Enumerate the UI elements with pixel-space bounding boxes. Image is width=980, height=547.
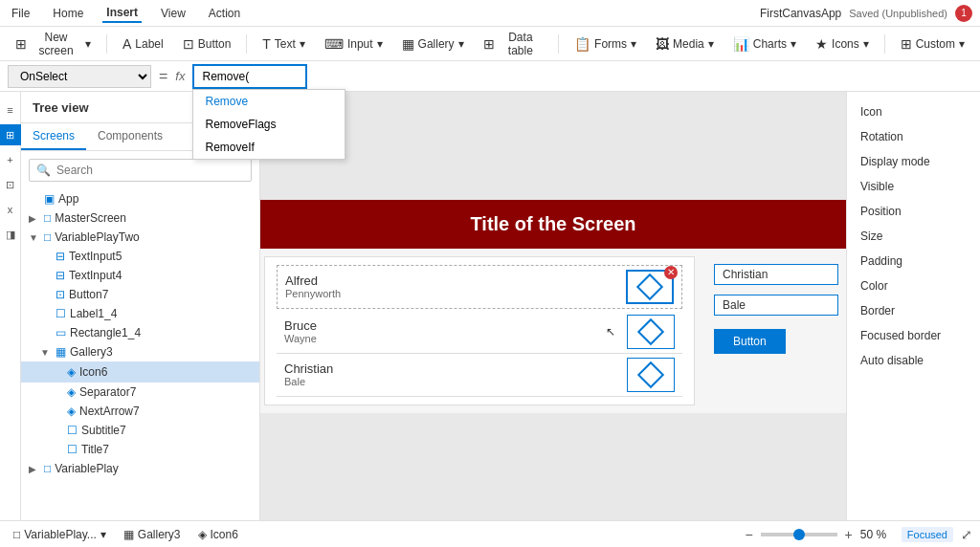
sidebar-icon-data[interactable]: ⊡	[0, 174, 21, 195]
gallery-item-sub: Wayne	[284, 333, 598, 344]
screen-icon: □	[44, 211, 51, 225]
right-panel-border[interactable]: Border	[847, 298, 980, 323]
zoom-in-button[interactable]: +	[845, 527, 853, 542]
expand-canvas-button[interactable]: ⤢	[961, 527, 972, 542]
status-gallery-label: Gallery3	[138, 528, 181, 541]
menu-view[interactable]: View	[157, 5, 189, 22]
tree-items: ▣ App ▶ □ MasterScreen ▼ □ VariablePlayT…	[21, 189, 259, 520]
tree-item-rectangle1-4[interactable]: ▭ Rectangle1_4	[21, 323, 259, 342]
icons-button[interactable]: ★ Icons ▾	[808, 33, 877, 55]
tree-item-gallery3[interactable]: ▼ ▦ Gallery3	[21, 342, 259, 361]
tab-components[interactable]: Components	[86, 123, 174, 150]
tree-item-button7[interactable]: ⊡ Button7	[21, 285, 259, 304]
label-button[interactable]: A Label	[115, 33, 171, 55]
status-right: − + 50 % Focused ⤢	[745, 527, 972, 542]
saved-status: Saved (Unpublished)	[849, 8, 947, 19]
sidebar-icon-tree[interactable]: ⊞	[0, 124, 21, 145]
nextarrow-icon: ◈	[67, 405, 76, 418]
tree-item-textinput4[interactable]: ⊟ TextInput4	[21, 266, 259, 285]
icon-box-alfred[interactable]: ✕	[626, 270, 674, 304]
tree-item-icon6[interactable]: ◈ Icon6 •••	[21, 361, 259, 383]
menu-home[interactable]: Home	[49, 5, 87, 22]
menu-insert[interactable]: Insert	[102, 4, 142, 23]
right-panel-position[interactable]: Position	[847, 199, 980, 224]
formula-input[interactable]	[192, 64, 307, 89]
right-panel-padding[interactable]: Padding	[847, 249, 980, 274]
right-panel-color[interactable]: Color	[847, 274, 980, 298]
gallery-label: Gallery	[418, 37, 455, 51]
tree-item-label: Label1_4	[70, 307, 252, 320]
dropdown-item-removeflags[interactable]: RemoveFlags	[193, 113, 345, 136]
formula-fx-label: fx	[175, 69, 185, 83]
delete-button[interactable]: ✕	[664, 266, 678, 279]
sidebar-icon-menu[interactable]: ≡	[0, 99, 21, 120]
status-gallery[interactable]: ▦ Gallery3	[118, 526, 187, 543]
dropdown-item-remove[interactable]: Remove	[193, 90, 345, 113]
sidebar-icon-var[interactable]: x	[0, 199, 21, 220]
status-icon6[interactable]: ◈ Icon6	[192, 526, 244, 543]
tree-item-masterscreen[interactable]: ▶ □ MasterScreen	[21, 208, 259, 228]
right-panel-size[interactable]: Size	[847, 224, 980, 249]
text-button[interactable]: T Text ▾	[255, 33, 313, 55]
right-panel-rotation[interactable]: Rotation	[847, 124, 980, 149]
media-button[interactable]: 🖼 Media ▾	[648, 33, 722, 55]
search-input[interactable]	[29, 159, 252, 182]
menu-file[interactable]: File	[8, 5, 33, 22]
canvas-title: Title of the Screen	[260, 200, 846, 249]
text-label: Text	[275, 37, 296, 51]
tree-item-label: TextInput5	[69, 250, 252, 263]
forms-label: Forms	[594, 37, 627, 51]
property-select[interactable]: OnSelect	[8, 65, 151, 88]
canvas-action-button[interactable]: Button	[714, 329, 786, 354]
gallery-item-sub: Pennyworth	[285, 288, 618, 299]
tree-item-separator7[interactable]: ◈ Separator7	[21, 383, 259, 402]
data-table-button[interactable]: ⊞ Data table	[476, 27, 551, 61]
right-panel-auto-disable[interactable]: Auto disable	[847, 348, 980, 373]
tab-screens[interactable]: Screens	[21, 123, 86, 150]
icon-box-bruce[interactable]	[627, 315, 675, 349]
status-screen[interactable]: □ VariablePlay... ▾	[8, 526, 112, 543]
button-button[interactable]: ⊡ Button	[175, 33, 239, 55]
app-icon: ▣	[44, 192, 55, 206]
tree-item-label: TextInput4	[69, 269, 252, 282]
forms-button[interactable]: 📋 Forms ▾	[567, 33, 644, 55]
text-input-christian[interactable]	[714, 264, 838, 285]
toolbar-divider-4	[884, 34, 885, 54]
custom-button[interactable]: ⊞ Custom ▾	[893, 33, 972, 55]
sidebar-icon-add[interactable]: +	[0, 149, 21, 170]
tree-item-label: App	[58, 192, 252, 206]
icon6-icon: ◈	[67, 365, 76, 379]
gallery-button[interactable]: ▦ Gallery ▾	[394, 33, 472, 55]
forms-icon: 📋	[574, 36, 590, 52]
tree-item-label: Title7	[81, 443, 252, 456]
charts-button[interactable]: 📊 Charts ▾	[725, 33, 804, 55]
zoom-slider[interactable]	[761, 533, 837, 536]
dropdown-item-removeif[interactable]: RemoveIf	[193, 136, 345, 159]
tree-item-title7[interactable]: ☐ Title7	[21, 440, 259, 459]
notification-icon[interactable]: 1	[955, 5, 972, 22]
tree-item-variableplay[interactable]: ▶ □ VariablePlay	[21, 459, 259, 478]
gallery-item-text-alfred: Alfred Pennyworth	[285, 274, 618, 299]
right-panel-displaymode[interactable]: Display mode	[847, 149, 980, 174]
tree-item-label: MasterScreen	[55, 211, 252, 225]
input-button[interactable]: ⌨ Input ▾	[317, 33, 390, 55]
text-input-bale[interactable]	[714, 295, 838, 316]
formula-equals: =	[159, 68, 167, 85]
tree-item-textinput5[interactable]: ⊟ TextInput5	[21, 247, 259, 266]
tree-item-label1-4[interactable]: ☐ Label1_4	[21, 304, 259, 323]
toolbar-divider-2	[246, 34, 247, 54]
sidebar-icon-media[interactable]: ◨	[0, 224, 21, 245]
tree-item-nextarrow7[interactable]: ◈ NextArrow7	[21, 402, 259, 421]
right-panel-focused-border[interactable]: Focused border	[847, 323, 980, 348]
new-screen-button[interactable]: ⊞ New screen ▾	[8, 27, 99, 61]
right-panel-icon[interactable]: Icon	[847, 99, 980, 124]
tree-item-variableplaytwo[interactable]: ▼ □ VariablePlayTwo	[21, 228, 259, 247]
icon-box-christian[interactable]	[627, 358, 675, 392]
tree-item-app[interactable]: ▣ App	[21, 189, 259, 208]
button-button-label: Button	[198, 37, 232, 51]
right-panel-visible[interactable]: Visible	[847, 174, 980, 199]
tree-item-subtitle7[interactable]: ☐ Subtitle7	[21, 421, 259, 440]
tree-item-label: Icon6	[79, 365, 234, 379]
zoom-out-button[interactable]: −	[745, 527, 752, 542]
menu-action[interactable]: Action	[205, 5, 244, 22]
